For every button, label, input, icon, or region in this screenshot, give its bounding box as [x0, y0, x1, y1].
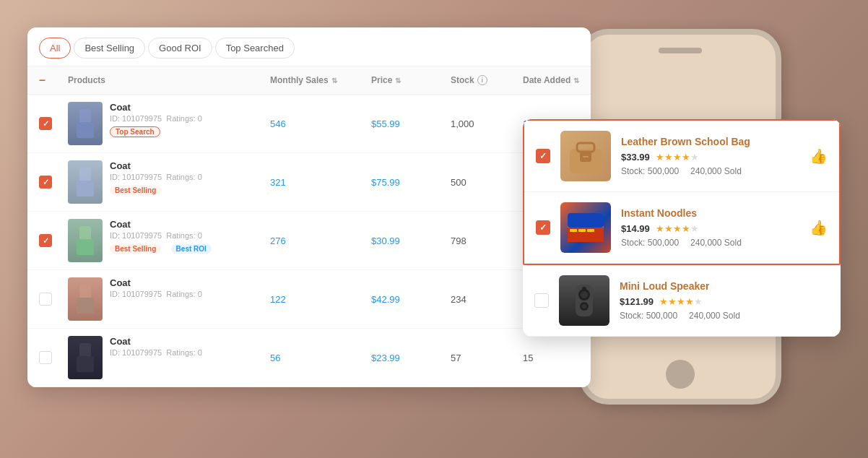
product-name-5: Coat: [110, 336, 202, 347]
price-4: $42.99: [371, 294, 451, 305]
svg-point-22: [581, 291, 588, 298]
monthly-sales-1: 546: [270, 118, 371, 129]
item-checkbox-2[interactable]: [536, 220, 550, 235]
item-stock-row-2: Stock: 500,000 240,000 Sold: [621, 238, 799, 248]
row-checkbox-1[interactable]: [39, 117, 52, 130]
monthly-sales-3: 276: [270, 236, 371, 246]
svg-rect-18: [578, 229, 586, 232]
item-stars-2: ★★★★★: [656, 222, 699, 235]
sort-monthly-sales-icon[interactable]: ⇅: [331, 77, 337, 85]
monthly-sales-4: 122: [270, 294, 371, 305]
svg-rect-9: [77, 356, 94, 372]
product-info-1: Coat ID: 101079975 Ratings: 0 Top Search: [110, 102, 202, 137]
product-info-4: Coat ID: 101079975 Ratings: 0: [110, 277, 202, 298]
table-row: Coat ID: 101079975 Ratings: 0 Best Selli…: [27, 153, 591, 212]
table-body: Coat ID: 101079975 Ratings: 0 Top Search…: [27, 95, 591, 387]
badge-topsearch-1: Top Search: [110, 124, 202, 137]
svg-rect-1: [77, 122, 94, 138]
product-id-2: ID: 101079975 Ratings: 0: [110, 173, 202, 181]
table-row: Coat ID: 101079975 Ratings: 0 Best Selli…: [27, 212, 591, 270]
svg-rect-6: [79, 285, 91, 299]
product-id-3: ID: 101079975 Ratings: 0: [110, 231, 212, 240]
table-row: Coat ID: 101079975 Ratings: 0 56 $23.99 …: [27, 329, 591, 387]
item-stock-row-3: Stock: 500,000 240,000 Sold: [620, 311, 829, 321]
item-details-2: Instant Noodles $14.99 ★★★★★ Stock: 500,…: [621, 207, 799, 248]
svg-rect-17: [570, 229, 577, 232]
tabs-row: All Best Selling Good ROI Top Searched: [27, 27, 591, 66]
product-image-2: [68, 160, 103, 204]
stock-1: 1,000: [451, 118, 523, 129]
right-product-card: Leather Brown School Bag $33.99 ★★★★★ St…: [523, 119, 841, 337]
svg-rect-5: [77, 239, 94, 255]
product-name-2: Coat: [110, 160, 202, 171]
svg-rect-3: [77, 181, 94, 196]
item-stock-row-1: Stock: 500,000 240,000 Sold: [621, 166, 799, 176]
svg-rect-0: [79, 109, 91, 124]
thumbs-up-icon-1: 👍: [810, 147, 828, 165]
svg-rect-15: [568, 213, 604, 228]
sort-price-icon[interactable]: ⇅: [395, 77, 401, 85]
col-date-added: Date Added ⇅: [523, 75, 591, 85]
item-image-noodles: [560, 202, 611, 253]
badge-bestselling-2: Best Selling: [110, 183, 202, 196]
table-row: Coat ID: 101079975 Ratings: 0 Top Search…: [27, 95, 591, 153]
svg-rect-4: [79, 226, 91, 241]
product-info-3: Coat ID: 101079975 Ratings: 0 Best Selli…: [110, 219, 212, 254]
svg-point-24: [582, 304, 586, 308]
item-price-2: $14.99: [621, 223, 650, 234]
item-checkbox-1[interactable]: [536, 149, 550, 163]
row-checkbox-4[interactable]: [39, 293, 52, 306]
stock-info-icon[interactable]: i: [477, 75, 487, 85]
item-price-row-1: $33.99 ★★★★★: [621, 150, 799, 163]
svg-rect-13: [583, 156, 589, 157]
svg-rect-8: [79, 343, 91, 358]
product-image-4: [68, 277, 103, 321]
tab-good-roi[interactable]: Good ROI: [148, 38, 212, 59]
item-checkbox-3[interactable]: [534, 293, 549, 308]
item-image-speaker: [559, 275, 609, 326]
thumbs-up-icon-2: 👍: [810, 219, 828, 236]
item-title-1: Leather Brown School Bag: [621, 136, 799, 147]
item-title-3: Mini Loud Speaker: [620, 280, 829, 292]
list-item: Mini Loud Speaker $121.99 ★★★★★ Stock: 5…: [523, 265, 841, 337]
svg-rect-7: [77, 298, 94, 314]
item-stars-3: ★★★★★: [659, 295, 703, 308]
product-info-5: Coat ID: 101079975 Ratings: 0: [110, 336, 202, 357]
date-5: 15: [523, 353, 591, 363]
svg-rect-2: [79, 168, 91, 182]
product-name-4: Coat: [110, 277, 202, 288]
product-id-1: ID: 101079975 Ratings: 0: [110, 114, 202, 123]
item-stars-1: ★★★★★: [656, 150, 699, 163]
row-checkbox-2[interactable]: [39, 176, 52, 189]
product-name-3: Coat: [110, 219, 212, 230]
svg-rect-19: [587, 229, 594, 232]
tab-top-searched[interactable]: Top Searched: [215, 38, 295, 59]
highlight-group: Leather Brown School Bag $33.99 ★★★★★ St…: [523, 119, 841, 265]
row-checkbox-3[interactable]: [39, 234, 52, 247]
item-image-bag: [560, 131, 611, 181]
item-price-1: $33.99: [621, 152, 650, 163]
sort-date-icon[interactable]: ⇅: [573, 77, 579, 85]
product-image-5: [68, 336, 103, 379]
badges-3: Best Selling Best ROI: [110, 241, 212, 254]
col-monthly-sales: Monthly Sales ⇅: [270, 75, 371, 85]
tab-best-selling[interactable]: Best Selling: [74, 38, 145, 59]
stock-5: 57: [451, 353, 523, 363]
svg-point-25: [582, 287, 586, 291]
col-stock: Stock i: [451, 75, 523, 85]
product-cell-5: Coat ID: 101079975 Ratings: 0: [68, 336, 270, 379]
row-checkbox-5[interactable]: [39, 351, 52, 364]
col-products: Products: [68, 75, 270, 85]
product-cell-1: Coat ID: 101079975 Ratings: 0 Top Search: [68, 102, 270, 145]
table-header: – Products Monthly Sales ⇅ Price ⇅ Stock…: [27, 66, 591, 95]
product-id-4: ID: 101079975 Ratings: 0: [110, 290, 202, 298]
monthly-sales-2: 321: [270, 177, 371, 188]
tab-all[interactable]: All: [39, 38, 71, 59]
item-details-1: Leather Brown School Bag $33.99 ★★★★★ St…: [621, 136, 799, 176]
product-name-1: Coat: [110, 102, 202, 113]
price-1: $55.99: [371, 118, 451, 129]
price-2: $75.99: [371, 177, 451, 188]
product-cell-4: Coat ID: 101079975 Ratings: 0: [68, 277, 270, 321]
item-price-row-2: $14.99 ★★★★★: [621, 222, 799, 235]
select-all-icon[interactable]: –: [39, 74, 68, 87]
